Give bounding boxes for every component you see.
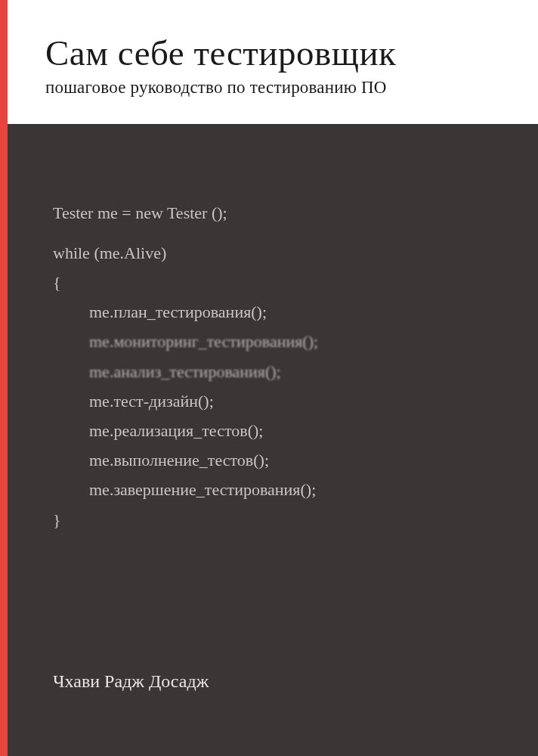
book-subtitle: пошаговое руководство по тестированию ПО [45, 78, 500, 98]
code-brace-open: { [53, 269, 500, 296]
code-method: me.мониторинг_тестирования(); [53, 328, 500, 355]
cover-content: Сам себе тестировщик пошаговое руководст… [8, 0, 538, 756]
code-illustration: Tester me = new Tester (); while (me.Ali… [8, 124, 538, 756]
book-title: Сам себе тестировщик [45, 34, 500, 73]
code-method: me.тест-дизайн(); [53, 388, 500, 414]
code-line-while: while (me.Alive) [53, 240, 500, 266]
code-line-declaration: Tester me = new Tester (); [53, 200, 500, 226]
code-method: me.анализ_тестирования(); [53, 358, 500, 385]
spine-accent [0, 0, 8, 756]
code-method: me.план_тестирования(); [53, 299, 500, 325]
author-name: Чхави Радж Досадж [53, 667, 209, 696]
code-method: me.завершение_тестирования(); [53, 476, 500, 503]
code-method: me.реализация_тестов(); [53, 417, 500, 444]
code-method: me.выполнение_тестов(); [53, 447, 500, 473]
header-block: Сам себе тестировщик пошаговое руководст… [8, 0, 538, 124]
code-brace-close: } [53, 507, 500, 533]
